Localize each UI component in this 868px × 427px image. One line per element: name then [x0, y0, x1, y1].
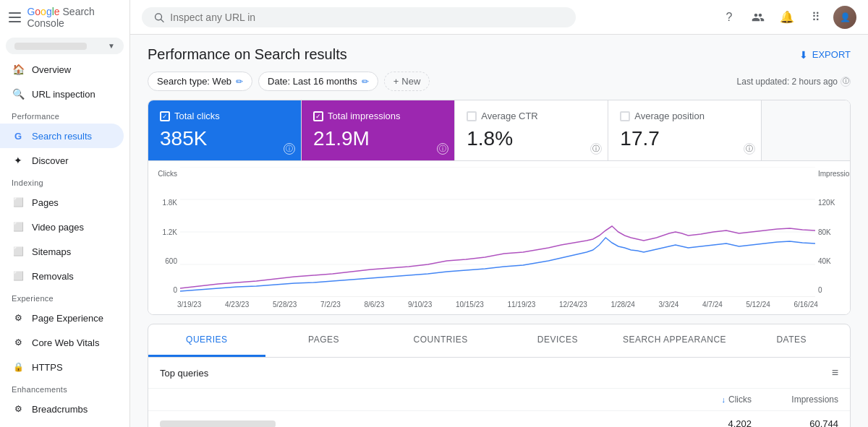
col-header-impressions[interactable]: Impressions — [752, 394, 838, 405]
sidebar-item-label: Core Web Vitals — [32, 337, 99, 348]
sidebar-item-label: Overview — [32, 64, 71, 75]
date-filter[interactable]: Date: Last 16 months ✏ — [258, 72, 378, 91]
y-left-4: 0 — [154, 286, 177, 294]
info-icon-impressions[interactable]: ⓘ — [437, 143, 448, 155]
metric-checkbox-impressions[interactable] — [313, 111, 323, 121]
x-label-5: 9/10/23 — [408, 301, 432, 309]
page-header: Performance on Search results ⬇ EXPORT — [148, 46, 851, 63]
table-row[interactable]: 4,202 60,744 — [148, 411, 850, 427]
sidebar-item-sitemaps[interactable]: ⬜ Sitemaps — [0, 239, 124, 264]
metric-label-clicks: Total clicks — [174, 111, 220, 121]
metric-empty — [762, 100, 850, 160]
sidebar-item-removals[interactable]: ⬜ Removals — [0, 264, 124, 288]
sidebar-item-page-experience[interactable]: ⚙ Page Experience — [0, 306, 124, 330]
table-header: Top queries ≡ — [148, 358, 850, 389]
tab-queries[interactable]: QUERIES — [148, 324, 265, 357]
breadcrumbs-icon: ⚙ — [12, 402, 25, 415]
tab-dates[interactable]: DATES — [733, 324, 850, 357]
metric-checkbox-ctr[interactable] — [467, 111, 477, 121]
url-inspect-input[interactable] — [170, 12, 564, 23]
sort-down-icon: ↓ — [722, 395, 726, 404]
property-selector[interactable]: ▼ — [6, 38, 124, 54]
avatar[interactable]: 👤 — [833, 6, 856, 29]
filter-bar: Search type: Web ✏ Date: Last 16 months … — [148, 72, 851, 91]
row-clicks: 4,202 — [665, 418, 752, 427]
topbar: ? 🔔 ⠿ 👤 — [130, 0, 868, 35]
metric-avg-position: Average position 17.7 ⓘ — [608, 100, 762, 160]
help-icon[interactable]: ? — [718, 6, 741, 29]
query-bar — [160, 420, 276, 428]
col-header-clicks[interactable]: ↓ Clicks — [665, 394, 752, 405]
table-container: Top queries ≡ ↓ Clicks Impressions — [148, 358, 851, 427]
sidebar-item-https[interactable]: 🔒 HTTPS — [0, 355, 124, 379]
hamburger-icon[interactable] — [9, 12, 21, 22]
metric-label-ctr: Average CTR — [481, 111, 538, 121]
sidebar-item-label: Sitemaps — [32, 246, 71, 257]
y-right-1: 120K — [818, 199, 844, 207]
sidebar-item-core-web-vitals[interactable]: ⚙ Core Web Vitals — [0, 330, 124, 355]
sidebar-item-discover[interactable]: ✦ Discover — [0, 148, 124, 173]
search-icon: 🔍 — [12, 87, 25, 100]
info-icon-clicks[interactable]: ⓘ — [284, 143, 295, 155]
x-label-7: 11/19/23 — [507, 301, 535, 309]
search-bar[interactable] — [142, 7, 576, 27]
metric-value-ctr: 1.8% — [467, 127, 596, 150]
sidebar-item-search-results[interactable]: G Search results — [0, 124, 124, 148]
x-axis-labels: 3/19/23 4/23/23 5/28/23 7/2/23 8/6/23 9/… — [148, 299, 850, 309]
tab-pages[interactable]: PAGES — [265, 324, 383, 357]
tab-countries[interactable]: COUNTRIES — [382, 324, 499, 357]
info-icon-ctr[interactable]: ⓘ — [590, 143, 602, 155]
sidebar-item-label: Pages — [32, 197, 59, 208]
sidebar: Google Search Console ▼ 🏠 Overview 🔍 URL… — [0, 0, 130, 427]
metrics-row: Total clicks 385K ⓘ Total impressions 21… — [148, 100, 850, 161]
page-experience-icon: ⚙ — [12, 311, 25, 324]
topbar-icons: ? 🔔 ⠿ 👤 — [718, 6, 856, 29]
sidebar-item-breadcrumbs[interactable]: ⚙ Breadcrumbs — [0, 397, 124, 421]
section-label-experience: Experience — [0, 288, 129, 306]
x-label-11: 4/7/24 — [702, 301, 723, 309]
y-right-4: 0 — [818, 286, 844, 294]
metric-value-clicks: 385K — [160, 127, 289, 150]
y-right-title: Impressions — [818, 170, 844, 178]
tab-search-appearance[interactable]: SEARCH APPEARANCE — [616, 324, 733, 357]
core-web-vitals-icon: ⚙ — [12, 336, 25, 349]
x-label-1: 4/23/23 — [225, 301, 249, 309]
metric-checkbox-position[interactable] — [620, 111, 630, 121]
sidebar-item-overview[interactable]: 🏠 Overview — [0, 57, 124, 82]
svg-line-1 — [161, 19, 164, 22]
metric-checkbox-clicks[interactable] — [160, 111, 170, 121]
notifications-icon[interactable]: 🔔 — [775, 6, 799, 29]
info-icon: ⓘ — [841, 77, 851, 87]
tab-devices[interactable]: DEVICES — [499, 324, 616, 357]
info-icon-position[interactable]: ⓘ — [744, 143, 755, 155]
sidebar-item-faq[interactable]: ⚙ FAQ — [0, 421, 124, 427]
account-management-icon[interactable] — [746, 6, 770, 29]
sidebar-item-label: Page Experience — [32, 313, 103, 324]
sidebar-item-video-pages[interactable]: ⬜ Video pages — [0, 215, 124, 239]
metric-label-position: Average position — [634, 111, 705, 121]
sidebar-item-pages[interactable]: ⬜ Pages — [0, 190, 124, 215]
apps-icon[interactable]: ⠿ — [804, 6, 827, 29]
sidebar-item-label: Breadcrumbs — [32, 404, 88, 415]
search-icon — [153, 12, 164, 23]
x-label-9: 1/28/24 — [611, 301, 635, 309]
table-col-headers: ↓ Clicks Impressions — [148, 389, 850, 411]
x-label-2: 5/28/23 — [273, 301, 297, 309]
discover-icon: ✦ — [12, 154, 25, 167]
x-label-10: 3/3/24 — [659, 301, 679, 309]
export-button[interactable]: ⬇ EXPORT — [799, 49, 851, 61]
filter-label: Search type: Web — [157, 76, 231, 87]
col-clicks-label: Clicks — [728, 394, 752, 405]
chevron-down-icon: ▼ — [108, 42, 115, 50]
filter-icon[interactable]: ≡ — [832, 366, 838, 379]
edit-icon: ✏ — [362, 77, 369, 87]
y-left-1: 1.8K — [154, 199, 177, 207]
google-g-icon: G — [12, 129, 25, 142]
sidebar-item-label: URL inspection — [32, 89, 95, 100]
search-type-filter[interactable]: Search type: Web ✏ — [148, 72, 252, 91]
video-pages-icon: ⬜ — [12, 220, 25, 233]
x-label-0: 3/19/23 — [177, 301, 201, 309]
tabs-bar: QUERIES PAGES COUNTRIES DEVICES SEARCH A… — [148, 324, 851, 358]
new-filter-button[interactable]: + New — [384, 72, 430, 91]
sidebar-item-url-inspection[interactable]: 🔍 URL inspection — [0, 82, 124, 106]
